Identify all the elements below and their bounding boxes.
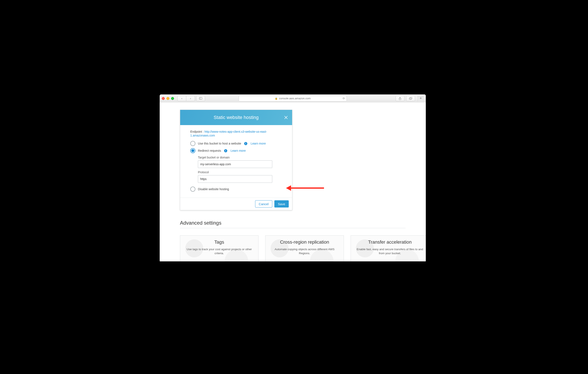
cancel-button[interactable]: Cancel [255, 200, 272, 207]
window-controls [162, 97, 174, 100]
option-redirect-requests[interactable]: Redirect requests i Learn more [190, 148, 282, 153]
option-label: Use this bucket to host a website [198, 142, 241, 145]
svg-rect-0 [200, 97, 202, 99]
protocol-label: Protocol [198, 171, 282, 174]
learn-more-link[interactable]: Learn more [251, 142, 266, 145]
back-button[interactable]: ‹ [178, 96, 186, 101]
card-footer: Cancel Save [180, 198, 292, 210]
address-text: console.aws.amazon.com [279, 97, 311, 100]
target-bucket-input[interactable] [198, 160, 272, 168]
option-label: Disable website hosting [198, 187, 229, 191]
tile-transfer-acceleration[interactable]: Transfer acceleration Enable fast, easy … [351, 235, 426, 261]
divider [180, 228, 406, 228]
annotation-arrow [286, 185, 324, 191]
radio-checked-icon[interactable] [190, 148, 195, 153]
static-hosting-card: Static website hosting Endpoint : http:/… [180, 110, 292, 211]
titlebar: ‹ › 🔒 console.aws.amazon.com ⟳ [160, 95, 426, 103]
minimize-window-icon[interactable] [167, 97, 169, 100]
share-button[interactable] [396, 96, 404, 101]
svg-rect-3 [409, 98, 411, 99]
protocol-input[interactable] [198, 175, 272, 183]
address-bar[interactable]: 🔒 console.aws.amazon.com ⟳ [239, 96, 347, 101]
option-label: Redirect requests [198, 149, 221, 152]
new-tab-button[interactable]: + [418, 96, 424, 101]
endpoint-label: Endpoint : [190, 130, 204, 133]
radio-unchecked-icon[interactable] [190, 141, 195, 146]
tile-tags[interactable]: Tags Use tags to track your cost against… [180, 235, 259, 261]
card-title: Static website hosting [214, 115, 259, 120]
endpoint-row: Endpoint : http://www-notes-app-client.s… [190, 130, 282, 138]
reload-icon[interactable]: ⟳ [343, 97, 345, 100]
safari-window: ‹ › 🔒 console.aws.amazon.com ⟳ [160, 95, 426, 261]
sidebar-icon [199, 97, 202, 99]
tile-desc: Automate copying objects across differen… [270, 247, 339, 255]
sidebar-button[interactable] [196, 96, 205, 101]
tile-desc: Enable fast, easy and secure transfers o… [355, 247, 425, 255]
lock-icon: 🔒 [275, 97, 278, 100]
forward-button[interactable]: › [186, 96, 195, 101]
info-icon[interactable]: i [244, 142, 247, 145]
radio-unchecked-icon[interactable] [190, 187, 195, 192]
zoom-window-icon[interactable] [171, 97, 174, 100]
tile-desc: Use tags to track your cost against proj… [184, 247, 254, 255]
tile-title: Cross-region replication [280, 239, 329, 245]
tile-cross-region-replication[interactable]: Cross-region replication Automate copyin… [265, 235, 344, 261]
tabs-button[interactable] [406, 96, 415, 101]
save-button[interactable]: Save [274, 200, 289, 207]
option-host-website[interactable]: Use this bucket to host a website i Lear… [190, 141, 282, 146]
settings-tiles: Tags Use tags to track your cost against… [180, 235, 406, 261]
target-label: Target bucket or domain [198, 156, 282, 159]
page-content: Static website hosting Endpoint : http:/… [160, 103, 426, 261]
redirect-form: Target bucket or domain Protocol [198, 156, 282, 183]
tabs-icon [409, 97, 412, 100]
section-title: Advanced settings [180, 220, 406, 226]
close-window-icon[interactable] [162, 97, 165, 100]
info-icon[interactable]: i [224, 149, 227, 152]
card-header: Static website hosting [180, 110, 292, 125]
option-disable-hosting[interactable]: Disable website hosting [190, 187, 282, 192]
tile-title: Tags [214, 239, 224, 245]
learn-more-link[interactable]: Learn more [231, 149, 246, 152]
close-icon[interactable] [284, 115, 288, 120]
tile-title: Transfer acceleration [368, 239, 412, 245]
svg-rect-4 [410, 97, 412, 99]
share-icon [399, 97, 401, 100]
